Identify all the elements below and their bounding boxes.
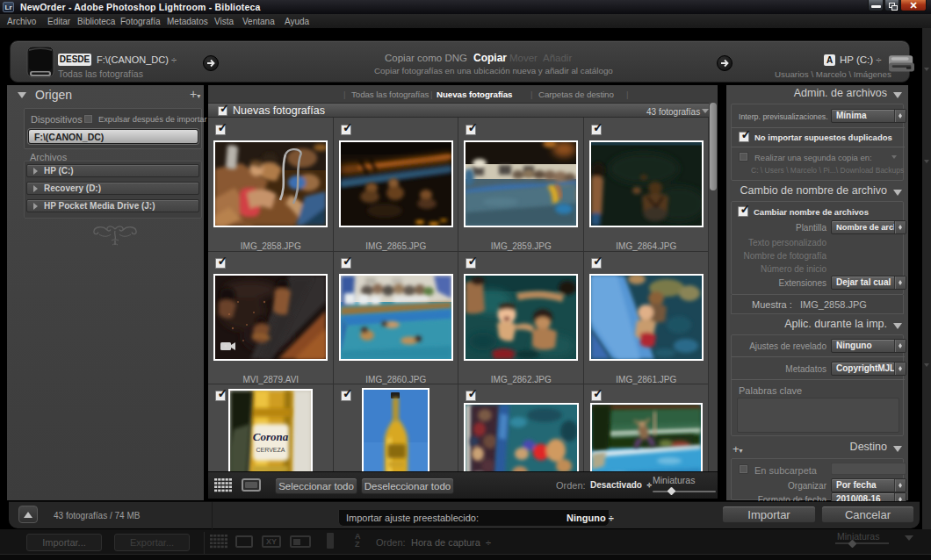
svg-text:CERVEZA: CERVEZA: [256, 447, 285, 453]
svg-text:Corona: Corona: [253, 430, 289, 443]
